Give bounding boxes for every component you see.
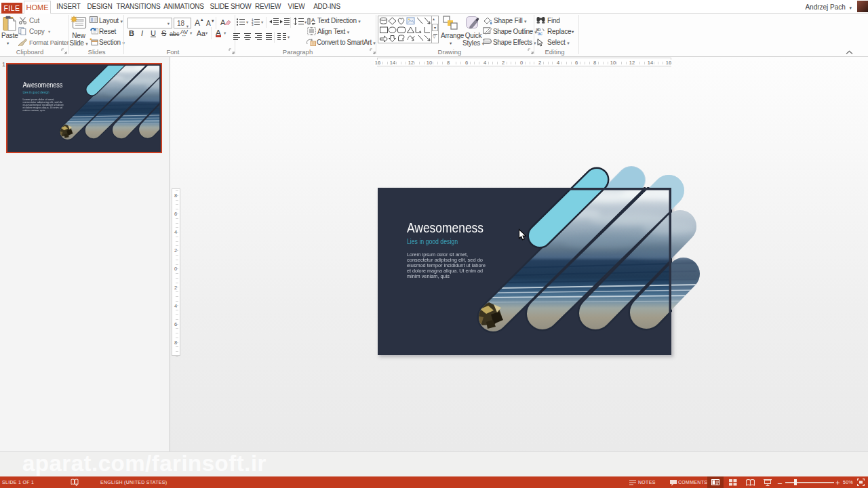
svg-text:A: A [311,17,315,23]
svg-text:ac: ac [538,31,543,36]
svg-text:3: 3 [252,23,254,26]
